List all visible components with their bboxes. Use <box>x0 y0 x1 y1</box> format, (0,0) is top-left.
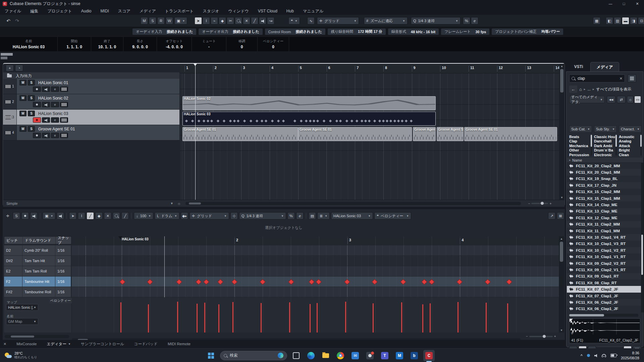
lower-tab-コードパッド[interactable]: コードパッド <box>134 342 158 347</box>
scrollbar-thumb[interactable] <box>189 202 201 204</box>
menu-item[interactable]: スタジオ <box>203 8 219 14</box>
menu-item[interactable]: ウィンドウ <box>228 8 249 14</box>
snap-curve-icon[interactable]: ∿ <box>307 17 315 24</box>
add-track-button[interactable]: + <box>6 65 14 71</box>
line-tool[interactable]: ↝ <box>267 17 274 24</box>
instrument-button[interactable] <box>60 117 68 123</box>
file-row[interactable]: FC11_Kit_07_Clap2_JF <box>567 286 641 292</box>
velocity-bar[interactable] <box>289 302 290 333</box>
zoom-out-icon[interactable]: − <box>526 335 528 338</box>
status-chip[interactable]: 残り録音時間172 時間 17 分 <box>328 28 386 35</box>
filter-item[interactable]: Bright <box>619 148 642 153</box>
monitor-button[interactable] <box>42 86 50 92</box>
grid-overlay-button[interactable]: ▦ <box>593 17 600 24</box>
menu-item[interactable]: MIDI <box>101 9 109 13</box>
file-row[interactable]: FC11_Kit_10_Clap1_V1_RT <box>567 253 641 260</box>
cubase-app[interactable]: C <box>423 350 435 361</box>
zoom-in-icon[interactable]: + <box>549 202 551 205</box>
solo-button[interactable]: S <box>28 111 35 116</box>
snap-crosshair-icon[interactable]: ⊹ <box>230 212 238 220</box>
breadcrumb-ellipsis[interactable]: ... <box>587 87 591 91</box>
status-chip[interactable]: Control Room接続されました <box>265 28 325 35</box>
edit-channel-button[interactable]: e <box>51 117 59 123</box>
file-row[interactable]: FC11_Kit_10_Clap1_V2_RT <box>567 247 641 253</box>
mute-button[interactable]: M <box>19 126 26 132</box>
drum-map-dropdown[interactable]: HALion Sonic [.▼ <box>6 304 38 311</box>
velocity-bar[interactable] <box>261 303 262 333</box>
open-in-window-icon[interactable]: ↗ <box>548 212 555 220</box>
weather-widget[interactable]: 28°C 晴れのちくもり <box>5 351 55 360</box>
editor-snap-dropdown[interactable]: ✛ グリッド▼ <box>190 212 229 220</box>
filter-scrollbar[interactable] <box>591 135 592 156</box>
clock-widget[interactable]: 8:36 2025/08/28 <box>621 351 639 361</box>
clear-search-icon[interactable]: ✕ <box>620 76 623 81</box>
editor-select-tool[interactable]: ➤ <box>69 212 76 220</box>
column-header-2[interactable]: ドラムサウンド <box>23 237 56 244</box>
info-field-6[interactable]: ミュート- <box>192 37 226 51</box>
undo-icon[interactable]: ↶ <box>5 17 12 24</box>
velocity-bar[interactable] <box>204 303 205 333</box>
menu-item[interactable]: Audio <box>81 9 92 13</box>
divider-handle-small[interactable] <box>1 57 7 59</box>
task-view-button[interactable] <box>290 350 302 361</box>
editor-erase-tool[interactable]: ◆ <box>95 212 103 220</box>
event-colors-dropdown[interactable]: ❝ ベロシティー▼ <box>374 212 411 220</box>
menu-item[interactable]: トランスポート <box>165 8 194 14</box>
automation-r-button[interactable]: R <box>157 17 165 24</box>
scroll-up-icon[interactable]: ▲ <box>559 236 564 241</box>
erase-tool[interactable]: ✂ <box>227 17 234 24</box>
filter-item[interactable]: Analog <box>619 139 642 143</box>
menu-item[interactable]: Hub <box>286 9 294 13</box>
gear-icon[interactable]: ☼ <box>627 96 634 103</box>
automation-m-button[interactable]: M <box>141 17 148 24</box>
gm-map-dropdown[interactable]: GM Map▼ <box>6 318 38 325</box>
info-field-1[interactable]: 名前HALion Sonic 03 <box>0 37 58 51</box>
file-row[interactable]: FC11_Kit_09_Clap2_V2_RT <box>567 260 641 266</box>
info-field-4[interactable]: 長さ9. 0. 0. 0 <box>123 37 157 51</box>
midi-event[interactable]: Groove Agent SE 01 <box>182 127 298 141</box>
midi-event[interactable]: Groove Agent S <box>413 127 436 141</box>
results-header[interactable]: ▸ Name <box>567 158 643 163</box>
play-tool[interactable] <box>259 17 266 24</box>
menu-item[interactable]: プロジェクト <box>47 8 72 14</box>
comment-dropdown[interactable]: ❝▼ <box>288 17 300 24</box>
arrange-vertical-scrollbar[interactable]: ▲ ▼ <box>559 64 565 200</box>
horizontal-zoom-slider[interactable]: − + <box>528 202 552 205</box>
menu-item[interactable]: メディア <box>140 8 156 14</box>
column-header-3[interactable]: スナップ <box>56 237 71 244</box>
drum-row-e2[interactable]: E2Tam Tam Roll1/16 <box>4 266 72 277</box>
monitor-button[interactable] <box>42 133 50 138</box>
info-field-7[interactable]: 移調0 <box>226 37 258 51</box>
playhead-cursor[interactable] <box>195 64 196 200</box>
filter-item[interactable]: Electronic <box>594 153 617 156</box>
menu-item[interactable]: スコア <box>118 8 130 14</box>
zoom-out-icon[interactable]: − <box>528 202 530 205</box>
keys-scrollbar[interactable] <box>5 335 69 338</box>
media-search-box[interactable]: ✕ <box>569 74 625 82</box>
track-row-halion-sonic-02[interactable]: 2MSHALion Sonic 02e <box>3 94 179 110</box>
instrument-button[interactable] <box>60 133 68 138</box>
file-row[interactable]: FC11_Kit_17_Clap_JN <box>567 182 641 188</box>
close-lower-zone-icon[interactable]: ✕ <box>3 342 6 346</box>
record-enable-button[interactable] <box>33 117 41 123</box>
drum-row-ds2[interactable]: D#2Tam Tam Hit1/16 <box>4 256 72 266</box>
file-row[interactable]: FC11_Kit_13_Clap_ME <box>567 208 641 215</box>
file-list-hscrollbar[interactable] <box>569 314 638 317</box>
edit-channel-button[interactable]: e <box>51 86 59 92</box>
explorer-app[interactable] <box>320 350 331 361</box>
object-select-tool[interactable]: ➤ <box>195 17 202 24</box>
velocity-bar[interactable] <box>197 304 198 333</box>
file-row[interactable]: FC11_Kit_12_Clap_ME <box>567 215 641 221</box>
mute-tool[interactable]: ✕ <box>243 17 250 24</box>
pin-icon[interactable]: ✛ <box>4 212 11 220</box>
instrument-button[interactable] <box>60 86 68 92</box>
status-chip[interactable]: フレームレート30 fps <box>441 28 489 35</box>
mute-button[interactable]: M <box>19 95 26 101</box>
track-row-halion-sonic-01[interactable]: 1MSHALion Sonic 01e <box>3 79 179 94</box>
editor-quantize-dropdown[interactable]: Q 1/4 3 連符▼ <box>239 212 286 220</box>
status-chip[interactable]: オーディオ出力接続されました <box>199 28 262 35</box>
media-type-dropdown[interactable]: すべてのメディアタ.▼ <box>569 96 605 103</box>
preset-dropdown-icon[interactable]: ▼ <box>170 202 173 205</box>
filter-item[interactable]: Percussion <box>569 153 592 156</box>
bluetooth-icon[interactable] <box>587 354 590 357</box>
